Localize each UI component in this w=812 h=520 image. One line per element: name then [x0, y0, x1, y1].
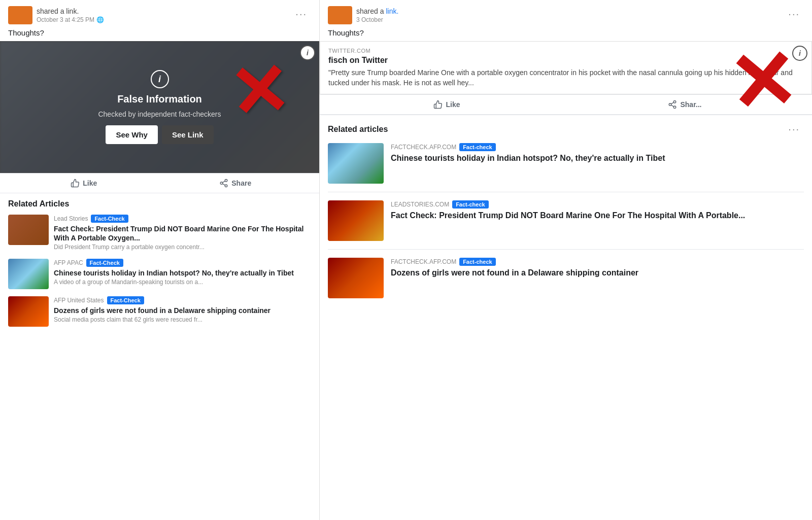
link-source-right: TWITTER.COM: [328, 48, 803, 54]
article-thumb-3: [8, 296, 49, 327]
article-content-r2: LEADSTORIES.COM Fact-check Fact Check: P…: [391, 200, 804, 221]
related-title-right: Related articles: [328, 125, 388, 134]
like-button-left[interactable]: Like: [8, 176, 160, 191]
article-source-r3: FACTCHECK.AFP.COM: [391, 258, 456, 265]
related-articles-right: Related articles ··· FACTCHECK.AFP.COM F…: [320, 115, 812, 321]
post-shared-text-left: shared a link.: [37, 7, 79, 15]
left-panel: shared a link. October 3 at 4:25 PM 🌐 ··…: [0, 0, 320, 520]
post-thoughts-right: Thoughts?: [320, 26, 812, 41]
more-options-left[interactable]: ···: [291, 6, 311, 22]
post-meta-left: shared a link. October 3 at 4:25 PM 🌐: [37, 7, 104, 23]
share-label-left: Share: [231, 179, 251, 187]
svg-line-8: [671, 105, 674, 107]
article-headline-2: Chinese tourists holiday in Indian hotsp…: [54, 268, 311, 278]
article-item-r2[interactable]: LEADSTORIES.COM Fact-check Fact Check: P…: [328, 200, 804, 250]
article-headline-r1: Chinese tourists holiday in Indian hotsp…: [391, 153, 804, 164]
article-source-row-r2: LEADSTORIES.COM Fact-check: [391, 200, 804, 209]
post-link-right[interactable]: link.: [386, 7, 398, 15]
share-label-right: Shar...: [680, 100, 701, 109]
article-source-row-3: AFP United States Fact-Check: [54, 296, 311, 304]
info-corner-icon-right: i: [799, 49, 801, 57]
like-icon-left: [71, 179, 80, 188]
share-icon-right: [668, 100, 677, 109]
info-circle-icon: i: [151, 70, 169, 88]
article-thumb-1: [8, 215, 49, 245]
false-info-overlay: i False Information Checked by independe…: [0, 41, 319, 173]
like-icon-right: [433, 100, 443, 109]
article-content-3: AFP United States Fact-Check Dozens of g…: [54, 296, 311, 324]
article-headline-r3: Dozens of girls were not found in a Dela…: [391, 268, 804, 279]
related-articles-left: Related Articles Lead Stories Fact-Check…: [0, 193, 319, 336]
fact-check-badge-r3: Fact-check: [459, 258, 495, 266]
article-headline-1: Fact Check: President Trump Did NOT Boar…: [54, 224, 311, 242]
link-desc-right: "Pretty sure Trump boarded Marine One wi…: [328, 68, 803, 88]
article-item-r3[interactable]: FACTCHECK.AFP.COM Fact-check Dozens of g…: [328, 258, 804, 306]
article-source-r2: LEADSTORIES.COM: [391, 201, 449, 208]
false-info-title: False Information: [117, 93, 202, 105]
article-source-3: AFP United States: [54, 297, 104, 304]
post-time-right: 3 October: [356, 16, 398, 23]
article-headline-r2: Fact Check: President Trump Did NOT Boar…: [391, 211, 804, 221]
article-source-row-r1: FACTCHECK.AFP.COM Fact-check: [391, 143, 804, 151]
info-corner-button-right[interactable]: i: [792, 46, 807, 61]
svg-point-0: [225, 180, 228, 182]
article-content-1: Lead Stories Fact-Check Fact Check: Pres…: [54, 215, 311, 252]
link-title-right: fisch on Twitter: [328, 56, 803, 65]
related-title-left: Related Articles: [8, 199, 311, 209]
action-bar-left: Like Share: [0, 173, 319, 193]
post-header-left: shared a link. October 3 at 4:25 PM 🌐 ··…: [0, 0, 319, 26]
article-item-1[interactable]: Lead Stories Fact-Check Fact Check: Pres…: [8, 215, 311, 252]
fact-check-badge-1: Fact-Check: [91, 215, 128, 223]
related-more-options-right[interactable]: ···: [784, 121, 804, 137]
article-source-r1: FACTCHECK.AFP.COM: [391, 144, 456, 151]
svg-line-9: [671, 102, 674, 104]
like-label-right: Like: [446, 100, 460, 109]
globe-icon-left: 🌐: [96, 16, 104, 23]
like-button-right[interactable]: Like: [328, 97, 566, 112]
fact-check-badge-2: Fact-Check: [86, 259, 123, 267]
article-source-row-r3: FACTCHECK.AFP.COM Fact-check: [391, 258, 804, 266]
see-link-button[interactable]: See Link: [162, 125, 214, 144]
svg-point-6: [669, 103, 672, 106]
article-snippet-2: A video of a group of Mandarin-speaking …: [54, 279, 311, 287]
action-bar-right: Like Shar...: [320, 94, 812, 115]
post-time-text-right: 3 October: [356, 16, 383, 23]
article-item-3[interactable]: AFP United States Fact-Check Dozens of g…: [8, 296, 311, 327]
more-options-right[interactable]: ···: [784, 6, 804, 22]
post-time-left: October 3 at 4:25 PM 🌐: [37, 16, 104, 23]
post-time-text-left: October 3 at 4:25 PM: [37, 16, 94, 23]
fact-check-badge-r2: Fact-check: [452, 200, 488, 209]
article-content-r1: FACTCHECK.AFP.COM Fact-check Chinese tou…: [391, 143, 804, 164]
article-thumb-r3: [328, 258, 384, 298]
related-header-row-right: Related articles ···: [328, 121, 804, 137]
share-button-left[interactable]: Share: [160, 176, 312, 191]
image-container-left: i False Information Checked by independe…: [0, 41, 319, 173]
article-source-2: AFP APAC: [54, 259, 83, 266]
svg-point-5: [674, 101, 676, 103]
svg-point-2: [225, 185, 228, 187]
false-info-subtitle: Checked by independent fact-checkers: [98, 110, 221, 118]
article-thumb-r1: [328, 143, 384, 184]
fact-check-badge-r1: Fact-check: [459, 143, 495, 151]
post-header-right: shared a link. 3 October ···: [320, 0, 812, 26]
article-item-2[interactable]: AFP APAC Fact-Check Chinese tourists hol…: [8, 259, 311, 289]
article-item-r1[interactable]: FACTCHECK.AFP.COM Fact-check Chinese tou…: [328, 143, 804, 192]
link-card-content-right: TWITTER.COM fisch on Twitter "Pretty sur…: [320, 42, 811, 94]
share-button-right[interactable]: Shar...: [566, 97, 804, 112]
avatar-right: [328, 6, 352, 24]
avatar-left: [8, 6, 32, 24]
svg-point-7: [674, 106, 676, 109]
article-headline-3: Dozens of girls were not found in a Dela…: [54, 306, 311, 315]
link-card-right: TWITTER.COM fisch on Twitter "Pretty sur…: [320, 41, 812, 94]
fact-check-badge-3: Fact-Check: [107, 296, 144, 304]
overlay-buttons: See Why See Link: [106, 125, 213, 144]
article-content-r3: FACTCHECK.AFP.COM Fact-check Dozens of g…: [391, 258, 804, 279]
right-panel: shared a link. 3 October ··· Thoughts? T…: [320, 0, 812, 520]
svg-line-4: [223, 181, 225, 183]
svg-line-3: [223, 184, 225, 185]
article-source-row-2: AFP APAC Fact-Check: [54, 259, 311, 267]
article-snippet-3: Social media posts claim that 62 girls w…: [54, 316, 311, 324]
info-corner-button-left[interactable]: i: [300, 45, 315, 60]
article-thumb-2: [8, 259, 49, 289]
see-why-button[interactable]: See Why: [106, 125, 158, 144]
